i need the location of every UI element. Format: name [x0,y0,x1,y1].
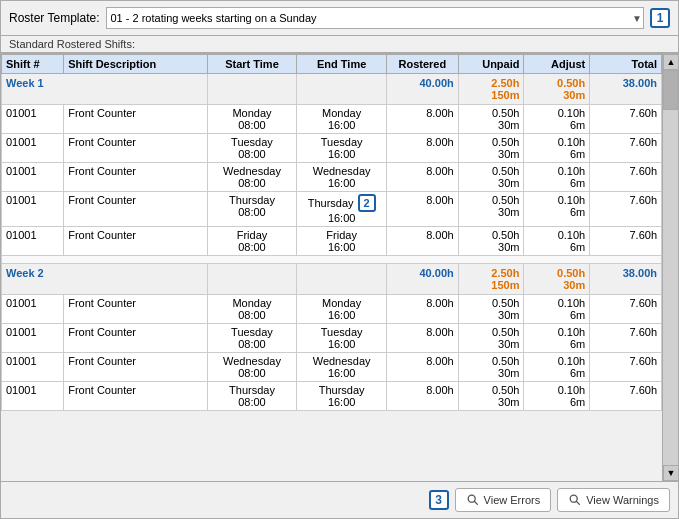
table-row[interactable]: 01001 Front Counter Tuesday08:00 Tuesday… [2,134,662,163]
end-time: Tuesday16:00 [297,134,387,163]
col-rostered-header: Rostered [386,55,458,74]
start-time: Thursday08:00 [207,382,297,411]
search-icon-2 [568,493,582,507]
total-val: 7.60h [590,134,662,163]
adjust-val: 0.10h6m [524,382,590,411]
view-errors-button[interactable]: View Errors [455,488,552,512]
table-row[interactable]: 01001 Front Counter Friday08:00 Friday16… [2,227,662,256]
table-row[interactable]: 01001 Front Counter Thursday08:00 Thursd… [2,382,662,411]
shift-num: 01001 [2,227,64,256]
total-val: 7.60h [590,295,662,324]
end-time: Thursday16:00 [297,382,387,411]
shifts-table: Shift # Shift Description Start Time End… [1,54,662,411]
rostered-val: 8.00h [386,324,458,353]
end-time: Wednesday16:00 [297,353,387,382]
col-desc-header: Shift Description [64,55,207,74]
total-val: 7.60h [590,227,662,256]
shift-desc: Front Counter [64,324,207,353]
end-time: Monday16:00 [297,295,387,324]
table-row[interactable]: 01001 Front Counter Thursday08:00 Thursd… [2,192,662,227]
start-time: Thursday08:00 [207,192,297,227]
col-start-header: Start Time [207,55,297,74]
col-unpaid-header: Unpaid [458,55,524,74]
main-container: Roster Template: 01 - 2 rotating weeks s… [0,0,679,519]
rostered-val: 8.00h [386,134,458,163]
table-row[interactable]: 01001 Front Counter Wednesday08:00 Wedne… [2,163,662,192]
week-header-1: Week 1 40.00h 2.50h150m 0.50h30m 38.00h [2,74,662,105]
view-errors-label: View Errors [484,494,541,506]
start-time: Monday08:00 [207,295,297,324]
total-val: 7.60h [590,105,662,134]
start-time: Monday08:00 [207,105,297,134]
total-val: 7.60h [590,163,662,192]
start-time: Tuesday08:00 [207,324,297,353]
svg-line-3 [577,501,580,504]
unpaid-val: 0.50h30m [458,134,524,163]
start-time: Friday08:00 [207,227,297,256]
adjust-val: 0.10h6m [524,105,590,134]
shift-num: 01001 [2,382,64,411]
shift-desc: Front Counter [64,134,207,163]
roster-template-bar: Roster Template: 01 - 2 rotating weeks s… [1,1,678,35]
table-row[interactable]: 01001 Front Counter Wednesday08:00 Wedne… [2,353,662,382]
shift-num: 01001 [2,192,64,227]
total-val: 7.60h [590,324,662,353]
adjust-val: 0.10h6m [524,227,590,256]
table-row[interactable]: 01001 Front Counter Monday08:00 Monday16… [2,295,662,324]
week-label-1: Week 1 [2,74,208,105]
rostered-val: 8.00h [386,353,458,382]
unpaid-val: 0.50h30m [458,227,524,256]
rostered-val: 8.00h [386,105,458,134]
table-row[interactable]: 01001 Front Counter Monday08:00 Monday16… [2,105,662,134]
shift-desc: Front Counter [64,192,207,227]
shift-num: 01001 [2,105,64,134]
start-time: Tuesday08:00 [207,134,297,163]
scrollbar-down-button[interactable]: ▼ [663,465,678,481]
badge-3: 3 [429,490,449,510]
rostered-val: 8.00h [386,192,458,227]
shift-num: 01001 [2,295,64,324]
col-shift-header: Shift # [2,55,64,74]
week-header-2: Week 2 40.00h 2.50h150m 0.50h30m 38.00h [2,264,662,295]
col-total-header: Total [590,55,662,74]
unpaid-val: 0.50h30m [458,324,524,353]
unpaid-val: 0.50h30m [458,295,524,324]
scrollbar-thumb-area [663,70,678,465]
table-area: Shift # Shift Description Start Time End… [1,53,678,481]
view-warnings-button[interactable]: View Warnings [557,488,670,512]
rostered-val: 8.00h [386,295,458,324]
shift-num: 01001 [2,134,64,163]
start-time: Wednesday08:00 [207,163,297,192]
footer-bar: 3 View Errors View Warnings [1,481,678,518]
table-row[interactable]: 01001 Front Counter Tuesday08:00 Tuesday… [2,324,662,353]
shift-desc: Front Counter [64,163,207,192]
shift-desc: Front Counter [64,353,207,382]
section-label: Standard Rostered Shifts: [1,35,678,53]
unpaid-val: 0.50h30m [458,105,524,134]
adjust-val: 0.10h6m [524,324,590,353]
table-header-row: Shift # Shift Description Start Time End… [2,55,662,74]
scrollbar-track[interactable]: ▲ ▼ [662,54,678,481]
total-val: 7.60h [590,382,662,411]
adjust-val: 0.10h6m [524,134,590,163]
roster-template-label: Roster Template: [9,11,100,25]
shift-num: 01001 [2,163,64,192]
unpaid-val: 0.50h30m [458,353,524,382]
svg-line-1 [474,501,477,504]
roster-select-wrapper: 01 - 2 rotating weeks starting on a Sund… [106,7,645,29]
total-val: 7.60h [590,353,662,382]
end-time: Wednesday16:00 [297,163,387,192]
unpaid-val: 0.50h30m [458,192,524,227]
scrollbar-up-button[interactable]: ▲ [663,54,678,70]
rostered-val: 8.00h [386,382,458,411]
shift-num: 01001 [2,353,64,382]
table-scroll[interactable]: Shift # Shift Description Start Time End… [1,54,662,481]
shift-desc: Front Counter [64,382,207,411]
badge-2: 2 [358,194,376,212]
shift-num: 01001 [2,324,64,353]
search-icon [466,493,480,507]
view-warnings-label: View Warnings [586,494,659,506]
roster-template-select[interactable]: 01 - 2 rotating weeks starting on a Sund… [106,7,645,29]
scrollbar-thumb[interactable] [663,70,678,110]
adjust-val: 0.10h6m [524,163,590,192]
